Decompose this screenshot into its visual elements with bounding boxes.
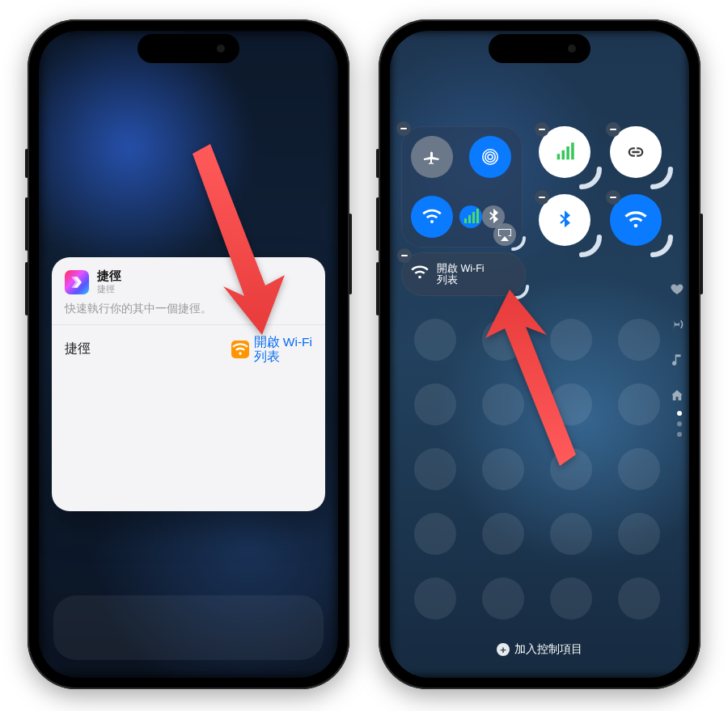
dock-blurred [53,595,324,660]
airdrop-toggle[interactable] [469,136,511,178]
wifi-icon [231,341,249,358]
screen-right: 開啟 Wi-Fi 列表 + 加入控制項目 [390,31,689,678]
resize-handle-icon[interactable] [579,167,594,181]
cellular-data-toggle[interactable] [539,126,590,178]
remove-badge-icon[interactable] [535,122,549,137]
connectivity-cluster[interactable] [401,126,523,248]
shortcut-pill-line2: 列表 [437,274,458,286]
resize-handle-icon[interactable] [650,167,665,181]
wifi-control[interactable] [610,194,662,246]
svg-point-1 [485,152,495,162]
remove-badge-icon[interactable] [606,122,620,137]
phone-right: 開啟 Wi-Fi 列表 + 加入控制項目 [379,19,700,689]
annotation-arrow-left [178,136,299,338]
resize-handle-icon[interactable] [511,236,526,251]
remove-badge-icon[interactable] [396,121,411,136]
bluetooth-toggle[interactable] [539,194,590,246]
widget-title: 捷徑 [97,269,121,284]
home-icon[interactable] [670,388,684,403]
page-indicator[interactable] [677,411,682,437]
shortcuts-app-icon [65,270,89,294]
remove-badge-icon[interactable] [535,190,549,205]
widget-subtitle: 捷徑 [97,283,121,295]
resize-handle-icon[interactable] [650,235,665,249]
music-icon[interactable] [670,353,684,367]
svg-point-0 [488,154,493,159]
add-controls-label: 加入控制項目 [514,642,582,657]
cellular-mini-icon[interactable] [459,205,482,228]
broadcast-icon[interactable] [670,317,684,332]
plus-icon: + [497,643,510,656]
dynamic-island [489,34,590,63]
shortcut-row-title: 捷徑 [65,341,91,358]
add-controls-button[interactable]: + 加入控制項目 [390,642,689,657]
wifi-icon [411,264,429,285]
wifi-toggle[interactable] [411,196,453,238]
remove-badge-icon[interactable] [397,248,412,263]
shortcut-row-action[interactable]: 開啟 Wi-Fi 列表 [231,335,312,364]
dynamic-island [138,34,239,63]
airplane-mode-toggle[interactable] [411,136,453,178]
phone-left: 捷徑 捷徑 快速執行你的其中一個捷徑。 捷徑 開啟 Wi-Fi 列表 [28,19,349,689]
annotation-arrow-right [471,288,592,474]
resize-handle-icon[interactable] [579,235,594,249]
shortcut-action-line2: 列表 [254,349,280,364]
shortcut-pill-line1: 開啟 Wi-Fi [437,263,485,274]
control-center-page-icons[interactable] [670,281,684,403]
screen-left: 捷徑 捷徑 快速執行你的其中一個捷徑。 捷徑 開啟 Wi-Fi 列表 [39,31,338,678]
heart-icon[interactable] [670,281,684,296]
personal-hotspot-toggle[interactable] [610,126,662,178]
remove-badge-icon[interactable] [606,190,620,205]
